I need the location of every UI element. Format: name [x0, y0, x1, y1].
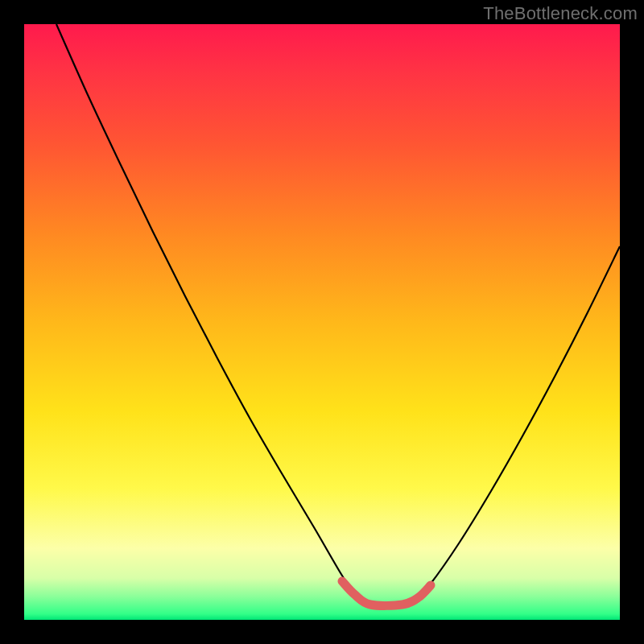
chart-frame: TheBottleneck.com: [0, 0, 644, 644]
chart-svg: [24, 24, 620, 620]
bottom-marker-line: [342, 581, 431, 605]
watermark-text: TheBottleneck.com: [483, 3, 638, 24]
plot-area: [24, 24, 620, 620]
curve-line: [56, 24, 620, 605]
